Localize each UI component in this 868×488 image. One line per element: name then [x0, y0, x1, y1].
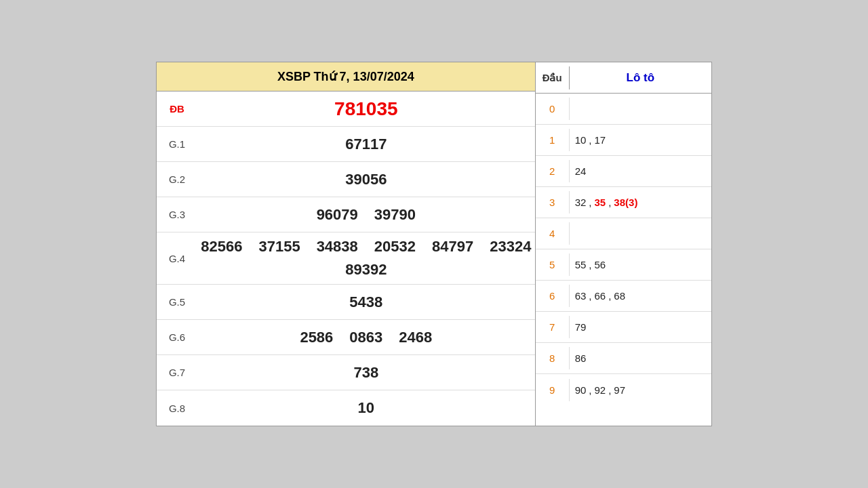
- prize-values: 10: [197, 394, 535, 422]
- loto-number: 35: [595, 197, 606, 208]
- loto-separator: ,: [589, 384, 591, 396]
- loto-separator: ,: [589, 259, 591, 270]
- prize-values: 5438: [197, 288, 535, 317]
- loto-row: 332, 35, 38(3): [536, 187, 711, 218]
- prize-value: 10: [358, 399, 374, 417]
- prize-value: 96079: [317, 206, 358, 224]
- prize-value: 5438: [349, 293, 382, 311]
- prize-values: 9607939790: [197, 201, 535, 229]
- loto-title-header: Lô tô: [570, 66, 711, 90]
- prize-value: 89392: [345, 261, 387, 279]
- prize-label: G.6: [157, 326, 197, 348]
- prize-value: 34838: [317, 238, 358, 256]
- loto-values: 55, 56: [570, 253, 711, 276]
- loto-separator: ,: [589, 134, 591, 146]
- prize-row: G.167117: [157, 127, 535, 162]
- loto-separator: ,: [608, 384, 611, 396]
- loto-values: [570, 228, 711, 239]
- prize-label: G.8: [157, 397, 197, 420]
- prize-values: 39056: [197, 165, 535, 194]
- prize-value: 82566: [201, 238, 242, 256]
- loto-dau: 8: [536, 347, 570, 369]
- loto-row: 886: [536, 343, 711, 374]
- loto-number: 24: [575, 165, 587, 177]
- prize-value: 738: [353, 364, 378, 382]
- loto-dau: 4: [536, 222, 570, 245]
- loto-number: 86: [575, 352, 587, 364]
- loto-values: 32, 35, 38(3): [570, 191, 711, 214]
- loto-header-row: Đầu Lô tô: [536, 62, 711, 94]
- loto-separator: ,: [589, 197, 591, 208]
- prize-label: G.5: [157, 291, 197, 313]
- prize-label: G.1: [157, 133, 197, 155]
- prize-row: G.239056: [157, 162, 535, 197]
- prize-values: 67117: [197, 130, 535, 159]
- prize-values: 82566371553483820532847972332489392: [197, 232, 535, 284]
- prize-row: G.39607939790: [157, 197, 535, 232]
- prize-value: 2468: [399, 329, 432, 346]
- loto-row: 779: [536, 312, 711, 343]
- prize-row: G.55438: [157, 285, 535, 320]
- prize-row: G.6258608632468: [157, 320, 535, 355]
- prize-label: G.3: [157, 203, 197, 226]
- prize-label: G.7: [157, 361, 197, 384]
- prize-row: ĐB781035: [157, 92, 535, 127]
- lottery-table: XSBP Thứ 7, 13/07/2024 ĐB781035G.167117G…: [157, 62, 536, 426]
- loto-row: 663, 66, 68: [536, 281, 711, 312]
- loto-dau: 0: [536, 98, 570, 120]
- loto-number: 32: [575, 197, 587, 208]
- loto-number: 17: [595, 134, 606, 146]
- loto-number: 55: [575, 259, 587, 270]
- prize-label: G.2: [157, 168, 197, 190]
- prize-row: G.810: [157, 390, 535, 426]
- loto-dau: 5: [536, 253, 570, 276]
- loto-separator: ,: [589, 290, 591, 302]
- prize-value: 0863: [349, 329, 382, 346]
- loto-number: 92: [595, 384, 606, 396]
- loto-dau-header: Đầu: [536, 66, 570, 89]
- loto-number: 56: [595, 259, 606, 270]
- loto-number: 66: [595, 290, 606, 302]
- prize-value: 37155: [258, 238, 300, 256]
- loto-dau: 2: [536, 160, 570, 182]
- loto-row: 4: [536, 218, 711, 249]
- loto-dau: 7: [536, 316, 570, 338]
- loto-dau: 9: [536, 379, 570, 401]
- loto-values: 86: [570, 347, 711, 369]
- prize-value: 39056: [345, 171, 387, 188]
- loto-row: 555, 56: [536, 249, 711, 281]
- loto-values: 90, 92, 97: [570, 379, 711, 401]
- prize-value: 67117: [345, 136, 387, 153]
- loto-values: 63, 66, 68: [570, 285, 711, 307]
- loto-table: Đầu Lô tô 0110, 17224332, 35, 38(3)4555,…: [536, 62, 711, 426]
- loto-number: 79: [575, 321, 587, 333]
- main-container: XSBP Thứ 7, 13/07/2024 ĐB781035G.167117G…: [156, 62, 712, 426]
- prize-values: 738: [197, 359, 535, 387]
- prize-values: 781035: [197, 93, 535, 125]
- loto-values: [570, 104, 711, 115]
- prize-value: 2586: [300, 329, 333, 346]
- loto-values: 24: [570, 160, 711, 182]
- prize-value: 39790: [374, 206, 416, 224]
- loto-number: 97: [614, 384, 625, 396]
- loto-number: 10: [575, 134, 587, 146]
- loto-number: 68: [614, 290, 625, 302]
- lottery-table-header: XSBP Thứ 7, 13/07/2024: [157, 62, 535, 92]
- prize-label: ĐB: [157, 98, 197, 120]
- loto-row: 0: [536, 94, 711, 125]
- loto-number: 90: [575, 384, 587, 396]
- loto-row: 990, 92, 97: [536, 374, 711, 405]
- loto-separator: ,: [608, 290, 611, 302]
- prize-row: G.7738: [157, 355, 535, 390]
- prize-row: G.482566371553483820532847972332489392: [157, 232, 535, 285]
- loto-number: 63: [575, 290, 587, 302]
- prize-label: G.4: [157, 247, 197, 270]
- loto-row: 110, 17: [536, 125, 711, 156]
- prize-value: 781035: [334, 98, 397, 120]
- loto-row: 224: [536, 156, 711, 187]
- prize-value: 20532: [374, 238, 416, 256]
- loto-dau: 3: [536, 191, 570, 214]
- prize-value: 23324: [490, 238, 531, 256]
- loto-dau: 1: [536, 129, 570, 151]
- loto-separator: ,: [608, 197, 611, 208]
